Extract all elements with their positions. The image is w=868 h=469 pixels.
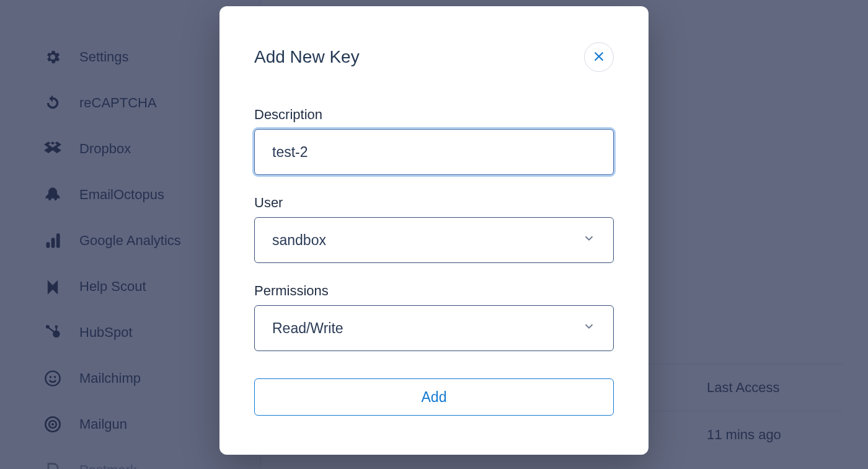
permissions-label: Permissions — [254, 283, 614, 299]
user-select-value: sandbox — [272, 232, 326, 249]
close-icon — [593, 50, 605, 65]
modal-title: Add New Key — [254, 47, 360, 67]
description-label: Description — [254, 107, 614, 123]
add-key-modal: Add New Key Description User sandbox — [219, 6, 649, 455]
add-button[interactable]: Add — [254, 378, 614, 416]
chevron-down-icon — [582, 319, 596, 337]
close-button[interactable] — [584, 42, 614, 72]
user-label: User — [254, 195, 614, 211]
modal-overlay[interactable]: Add New Key Description User sandbox — [0, 0, 868, 469]
description-input[interactable] — [254, 129, 614, 175]
permissions-select[interactable]: Read/Write — [254, 305, 614, 351]
chevron-down-icon — [582, 231, 596, 249]
user-select[interactable]: sandbox — [254, 217, 614, 263]
permissions-select-value: Read/Write — [272, 320, 343, 337]
